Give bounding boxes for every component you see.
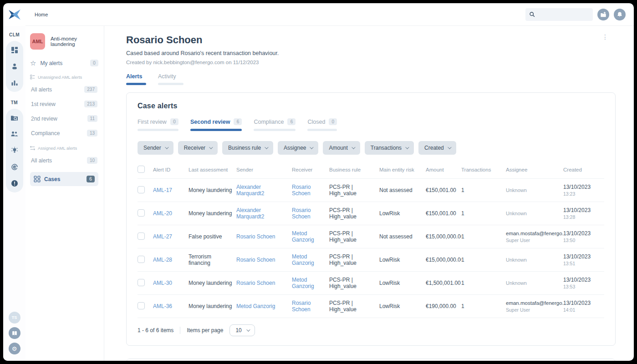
stage-tab-count: 6 — [287, 118, 296, 125]
receiver-link[interactable]: Rosario Schoen — [292, 207, 311, 220]
filter-sender[interactable]: Sender — [138, 141, 173, 155]
row-checkbox[interactable] — [138, 186, 145, 193]
sidebar-item-1st-review[interactable]: 1st review 213 — [30, 100, 98, 108]
stage-tab-second-review[interactable]: Second review6 — [190, 118, 242, 131]
sender-link[interactable]: Metod Ganzorig — [236, 303, 275, 309]
items-per-page-label: Items per page — [187, 327, 223, 334]
receiver-link[interactable]: Rosario Schoen — [292, 184, 311, 197]
tm-icon-group — [6, 109, 23, 192]
sender-link[interactable]: Rosario Schoen — [236, 280, 275, 286]
item-label: All alerts — [31, 86, 84, 93]
assigned-list-icon — [30, 146, 35, 151]
filter-receiver[interactable]: Receiver — [178, 141, 218, 155]
stage-tab-closed[interactable]: Closed0 — [307, 118, 337, 131]
col-created: Created — [563, 162, 604, 179]
sidebar-item-compliance[interactable]: Compliance 13 — [30, 129, 98, 137]
row-checkbox[interactable] — [138, 279, 145, 286]
reports-chart-icon[interactable] — [11, 79, 18, 86]
star-icon: ☆ — [30, 60, 36, 66]
related-alerts-card: Related alerts i Relation Stage Sender R… — [126, 359, 616, 361]
settings-gear-icon[interactable]: ⚙ — [9, 343, 20, 354]
filter-created[interactable]: Created — [418, 141, 456, 155]
create-case-button[interactable] — [597, 9, 609, 20]
tab-alerts[interactable]: Alerts — [126, 73, 146, 85]
case-search-icon[interactable] — [10, 114, 18, 121]
monitoring-radar-icon[interactable] — [11, 163, 18, 171]
table-row[interactable]: AML-27 False positive Rosario Schoen Met… — [138, 225, 604, 248]
page-subtitle: Cased based around Rosario's recent tran… — [126, 50, 616, 56]
alert-id-link[interactable]: AML-36 — [153, 303, 172, 309]
sender-link[interactable]: Rosario Schoen — [236, 257, 275, 263]
search-input[interactable] — [538, 11, 588, 18]
sidebar-item-my-alerts[interactable]: ☆ My alerts 0 — [30, 60, 98, 66]
row-checkbox[interactable] — [138, 209, 145, 217]
chevron-down-icon — [265, 145, 268, 149]
topbar: Home — [3, 3, 634, 26]
tab-label: Alerts — [126, 73, 146, 80]
knowledge-book-icon[interactable] — [9, 327, 20, 339]
receiver-link[interactable]: Metod Ganzorig — [292, 230, 314, 243]
table-row[interactable]: AML-28 Terrorism financing Rosario Schoe… — [138, 248, 604, 272]
col-receiver: Receiver — [292, 162, 329, 179]
alert-id-link[interactable]: AML-30 — [153, 280, 172, 286]
aml-module-badge: AML — [30, 33, 45, 50]
my-alerts-count-badge: 0 — [90, 60, 98, 66]
assigned-group-label: Assigned AML alerts — [38, 146, 77, 151]
select-all-checkbox[interactable] — [138, 166, 145, 173]
search-icon — [529, 11, 535, 18]
alert-id-link[interactable]: AML-17 — [153, 187, 172, 193]
dashboard-icon[interactable] — [11, 46, 18, 54]
table-row[interactable]: AML-17 Money laundering Alexander Marqua… — [138, 179, 604, 202]
unassigned-list-icon — [30, 75, 35, 80]
row-checkbox[interactable] — [138, 256, 145, 263]
stage-tab-label: Closed — [307, 119, 325, 125]
sidebar-item-cases[interactable]: Cases 6 — [30, 172, 98, 186]
sender-link[interactable]: Alexander Marquardt2 — [236, 207, 264, 220]
user-avatar[interactable]: TS — [9, 312, 20, 324]
sender-link[interactable]: Rosario Schoen — [236, 233, 275, 240]
receiver-link[interactable]: Metod Ganzorig — [292, 253, 314, 266]
filter-amount[interactable]: Amount — [323, 141, 360, 155]
alerts-exclamation-icon[interactable] — [11, 180, 18, 187]
alert-id-link[interactable]: AML-28 — [153, 257, 172, 263]
breadcrumb-home[interactable]: Home — [35, 12, 48, 17]
table-row[interactable]: AML-20 Money laundering Alexander Marqua… — [138, 202, 604, 225]
case-alerts-title: Case alerts — [138, 102, 604, 110]
filter-transactions[interactable]: Transactions — [365, 141, 414, 155]
tm-section-label: TM — [11, 100, 18, 105]
notifications-bell-icon[interactable] — [614, 9, 626, 20]
chevron-down-icon — [405, 145, 409, 149]
item-label: 1st review — [31, 101, 84, 107]
receiver-link[interactable]: Rosario Schoen — [292, 300, 311, 313]
row-checkbox[interactable] — [138, 233, 145, 240]
tab-activity[interactable]: Activity — [158, 73, 183, 85]
insights-bulb-icon[interactable] — [11, 147, 18, 154]
items-per-page-select[interactable]: 10 — [229, 324, 255, 336]
row-checkbox[interactable] — [138, 302, 145, 309]
sidebar-item-all-alerts-assigned[interactable]: All alerts 10 — [30, 156, 98, 165]
entities-people-icon[interactable] — [10, 131, 18, 137]
case-alerts-table: Alert ID Last assessment Sender Receiver… — [138, 162, 604, 318]
filter-assignee[interactable]: Assignee — [278, 141, 318, 155]
stage-tab-label: Compliance — [254, 119, 284, 125]
pagination: 1 - 6 of 6 items Items per page 10 — [138, 324, 604, 336]
receiver-link[interactable]: Metod Ganzorig — [292, 277, 314, 289]
table-row[interactable]: AML-30 Money laundering Rosario Schoen M… — [138, 272, 604, 295]
case-alerts-stage-tabs: First review0 Second review6 Compliance6… — [138, 118, 604, 131]
alert-id-link[interactable]: AML-27 — [153, 233, 172, 240]
item-count-badge: 11 — [87, 115, 97, 122]
stage-tab-compliance[interactable]: Compliance6 — [254, 118, 296, 131]
page-kebab-menu-icon[interactable]: ⋮ — [602, 33, 608, 40]
search-box[interactable] — [525, 8, 593, 21]
stage-tab-label: Second review — [190, 119, 230, 125]
filter-business-rule[interactable]: Business rule — [222, 141, 273, 155]
sidebar-item-2nd-review[interactable]: 2nd review 11 — [30, 114, 98, 123]
alert-id-link[interactable]: AML-20 — [153, 210, 172, 217]
chevron-down-icon — [352, 145, 355, 149]
table-row[interactable]: AML-36 Money laundering Metod Ganzorig R… — [138, 295, 604, 318]
clients-person-icon[interactable] — [11, 63, 18, 70]
stage-tab-first-review[interactable]: First review0 — [138, 118, 178, 131]
chevron-down-icon — [310, 145, 314, 149]
sidebar-item-all-alerts-unassigned[interactable]: All alerts 237 — [30, 85, 98, 94]
sender-link[interactable]: Alexander Marquardt2 — [236, 184, 264, 197]
